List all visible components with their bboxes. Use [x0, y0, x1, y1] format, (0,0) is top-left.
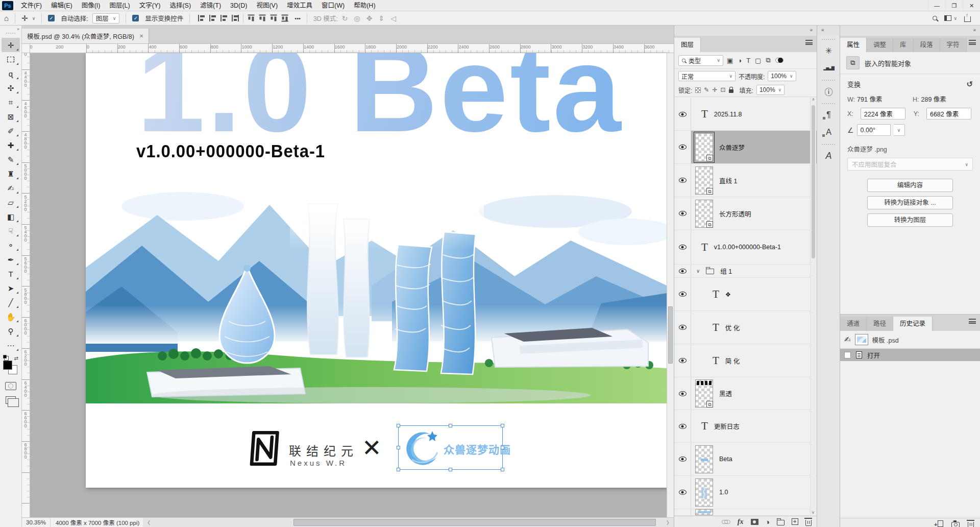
3d-slide-icon[interactable]: ⇕	[379, 14, 385, 22]
swap-colors-icon[interactable]: ⇄	[14, 355, 18, 361]
toolbar-grip[interactable]	[6, 33, 15, 37]
layer-body[interactable]	[691, 509, 817, 515]
info-icon[interactable]: ⓘ	[817, 83, 840, 100]
visibility-toggle[interactable]	[674, 131, 691, 163]
history-source-checkbox[interactable]	[844, 352, 851, 358]
visibility-toggle[interactable]	[674, 410, 691, 442]
layer-body[interactable]: Tv1.0.00+000000-Beta-1	[691, 230, 817, 264]
delete-state-icon[interactable]	[968, 522, 974, 527]
zoom-level[interactable]: 30.35%	[22, 518, 51, 527]
histogram-icon[interactable]: ▂▅▃▇	[817, 59, 840, 77]
visibility-toggle[interactable]	[674, 476, 691, 509]
layer-row[interactable]: T优 化	[674, 311, 817, 344]
layer-body[interactable]: ⧉众兽逐梦	[691, 131, 817, 163]
layer-row[interactable]: T❖	[674, 278, 817, 311]
menu-item[interactable]: 视图(V)	[252, 0, 282, 11]
layer-row[interactable]: 1.0	[674, 476, 817, 509]
filter-shape-icon[interactable]: ▢	[755, 57, 761, 64]
toolbar-collapse-icon[interactable]: »	[0, 26, 21, 33]
menu-item[interactable]: 文件(F)	[16, 0, 46, 11]
panel-grip[interactable]	[822, 80, 835, 81]
tab-历史记录[interactable]: 历史记录	[893, 317, 933, 331]
properties-button[interactable]: 编辑内容	[867, 179, 953, 192]
layer-row[interactable]: T简 化	[674, 344, 817, 377]
transform-handle[interactable]	[449, 424, 452, 427]
history-brush-tool[interactable]: ✍	[2, 181, 20, 195]
canvas[interactable]: 1.0 Beta v1.0.00+000000-Beta-1	[86, 53, 667, 488]
history-state-row[interactable]: 打开	[840, 349, 980, 361]
transform-handle[interactable]	[501, 424, 504, 427]
visibility-toggle[interactable]	[674, 509, 691, 515]
align-left-icon[interactable]	[198, 15, 205, 21]
layer-body[interactable]: T2025.11.8	[691, 98, 817, 130]
layer-row[interactable]: ⧉长方形透明	[674, 197, 817, 230]
menu-item[interactable]: 选择(S)	[165, 0, 195, 11]
3d-orbit-icon[interactable]: ↻	[342, 14, 348, 22]
layer-row[interactable]: Tv1.0.00+000000-Beta-1	[674, 230, 817, 265]
document-tab[interactable]: 模板.psd @ 30.4% (众兽逐梦, RGB/8) ✕	[22, 29, 149, 43]
layer-body[interactable]: ⧉黑透	[691, 377, 817, 410]
blend-mode-dropdown[interactable]: 正常∨	[678, 71, 736, 81]
visibility-toggle[interactable]	[674, 98, 691, 130]
scroll-right-icon[interactable]: 〉	[667, 519, 672, 526]
home-icon[interactable]: ⌂	[4, 14, 9, 22]
show-transform-checkbox[interactable]: ✓	[132, 15, 139, 21]
chevron-down-icon[interactable]: ∨	[32, 16, 36, 21]
hand-tool[interactable]: ✋	[2, 309, 20, 324]
clone-stamp-tool[interactable]: ♜	[2, 166, 20, 181]
search-icon[interactable]	[933, 16, 937, 20]
layer-filter-dropdown[interactable]: 类型 ∨	[678, 55, 723, 66]
transform-handle[interactable]	[397, 446, 400, 449]
history-snapshot-row[interactable]: ✍ 模板 .psd	[840, 331, 980, 349]
crop-tool[interactable]: ⌗	[2, 95, 20, 109]
paragraph-icon[interactable]: ¶	[817, 106, 840, 124]
layer-body[interactable]: Beta	[691, 443, 817, 475]
visibility-toggle[interactable]	[674, 278, 691, 310]
menu-item[interactable]: 文字(Y)	[135, 0, 165, 11]
type-tool[interactable]: T	[2, 267, 20, 281]
layer-body[interactable]: ⧉长方形透明	[691, 197, 817, 230]
properties-collapse-icon[interactable]: »	[840, 26, 980, 36]
filter-smart-object-icon[interactable]: ⧉	[766, 56, 770, 64]
layers-collapse-icon[interactable]: »	[674, 26, 817, 36]
more-tools[interactable]: ⋯	[2, 338, 20, 352]
layer-row[interactable]: T更新日志	[674, 410, 817, 443]
layer-body[interactable]: ⧉直线 1	[691, 164, 817, 197]
align-center-h-icon[interactable]	[209, 15, 216, 21]
layer-row[interactable]: Beta	[674, 443, 817, 476]
link-layers-icon[interactable]	[722, 520, 730, 524]
tab-段落[interactable]: 段落	[914, 38, 940, 52]
distribute-h-icon[interactable]	[232, 15, 239, 21]
layer-body[interactable]: ∨组 1	[691, 265, 817, 277]
tab-属性[interactable]: 属性	[840, 38, 867, 52]
document-close-icon[interactable]: ✕	[139, 33, 143, 39]
align-middle-icon[interactable]	[259, 15, 266, 22]
vertical-scroll-thumb[interactable]	[668, 306, 673, 364]
healing-brush-tool[interactable]: ✚	[2, 138, 20, 152]
transform-handle[interactable]	[449, 468, 452, 471]
lock-position-icon[interactable]: ✛	[712, 86, 717, 93]
3d-pan-icon[interactable]: ✥	[366, 14, 373, 22]
panel-menu-icon[interactable]	[805, 40, 813, 45]
lock-paint-icon[interactable]: ✎	[704, 86, 709, 93]
filter-pixel-icon[interactable]: ▣	[727, 57, 733, 64]
layers-scroll-thumb[interactable]	[812, 105, 815, 258]
align-top-icon[interactable]	[248, 15, 255, 22]
path-select-tool[interactable]: ➤	[2, 281, 20, 295]
lock-artboard-icon[interactable]: ⊡	[720, 86, 725, 93]
gradient-tool[interactable]: ◧	[2, 209, 20, 224]
panel-menu-icon[interactable]	[969, 319, 976, 324]
layer-body[interactable]: T简 化	[691, 344, 817, 377]
filter-type-icon[interactable]: T	[746, 57, 750, 64]
glyphs-icon[interactable]: A	[817, 147, 840, 164]
workspace-icon[interactable]	[944, 15, 951, 21]
menu-item[interactable]: 图像(I)	[77, 0, 105, 11]
filter-toggle[interactable]	[775, 58, 783, 63]
tab-库[interactable]: 库	[893, 38, 914, 52]
more-options-icon[interactable]: •••	[295, 15, 301, 21]
properties-button[interactable]: 转换为链接对象 ...	[867, 196, 953, 209]
tab-通道[interactable]: 通道	[840, 317, 867, 331]
layer-style-icon[interactable]: fx	[738, 518, 744, 525]
brush-tool[interactable]: ✎	[2, 152, 20, 166]
dodge-tool[interactable]: ⚬	[2, 238, 20, 252]
